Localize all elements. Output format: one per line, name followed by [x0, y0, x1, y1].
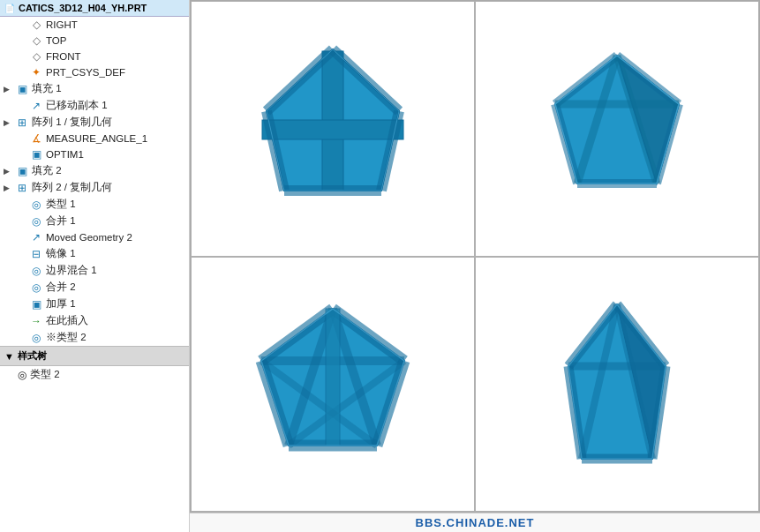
tree-item-type2-sub[interactable]: ◎ ※类型 2 — [0, 329, 189, 346]
collapse-icon: ▼ — [4, 351, 14, 362]
tree-label-right: RIGHT — [46, 19, 185, 30]
style-tree-label: 样式树 — [18, 349, 47, 363]
tree-item-blend1[interactable]: ◎ 边界混合 1 — [0, 262, 189, 279]
merge2-icon: ◎ — [29, 281, 43, 294]
type2-icon: ◎ — [18, 369, 26, 381]
watermark-text: BBS.CHINADE.NET — [416, 516, 535, 529]
tree-item-moved-copy1[interactable]: ↗ 已移动副本 1 — [0, 97, 189, 114]
tree-item-array2[interactable]: ▶ ⊞ 阵列 2 / 复制几何 — [0, 179, 189, 196]
tree-item-right[interactable]: ◇ RIGHT — [0, 17, 189, 33]
blend1-icon: ◎ — [29, 265, 43, 277]
tree-item-front[interactable]: ◇ FRONT — [0, 49, 189, 64]
tree-item-type1[interactable]: ◎ 类型 1 — [0, 196, 189, 213]
tree-label-prt-csys: PRT_CSYS_DEF — [46, 67, 185, 78]
sidebar-header: 📄 CATICS_3D12_H04_YH.PRT — [0, 0, 189, 17]
tree-item-moved-geo2[interactable]: ↗ Moved Geometry 2 — [0, 229, 189, 245]
viewport-bottom-left[interactable] — [191, 257, 475, 513]
array2-icon: ⊞ — [15, 182, 29, 194]
tree-label-fill1: 填充 1 — [32, 82, 185, 95]
insert-icon: → — [29, 315, 43, 327]
tree-item-top[interactable]: ◇ TOP — [0, 33, 189, 49]
viewport-top-left[interactable] — [191, 1, 475, 257]
shape-top-right — [538, 47, 696, 210]
move-icon: ↗ — [29, 100, 43, 112]
fill2-icon: ▣ — [15, 165, 29, 177]
plane-icon: ◇ — [29, 34, 43, 47]
tree-item-optim1[interactable]: ▣ OPTIM1 — [0, 146, 189, 162]
type1-icon: ◎ — [29, 199, 43, 211]
tree-item-merge2[interactable]: ◎ 合并 2 — [0, 279, 189, 296]
thicken1-icon: ▣ — [29, 298, 43, 311]
fill-icon: ▣ — [15, 83, 29, 95]
expand-icon: ▶ — [4, 85, 12, 94]
tree-label-insert: 在此插入 — [46, 314, 185, 327]
tree-label-front: FRONT — [46, 51, 185, 62]
optim-icon: ▣ — [29, 148, 43, 161]
main-container: 📄 CATICS_3D12_H04_YH.PRT ◇ RIGHT ◇ TOP ◇… — [0, 0, 760, 532]
tree-label-measure: MEASURE_ANGLE_1 — [46, 133, 185, 144]
watermark-bar: BBS.CHINADE.NET — [190, 513, 760, 532]
tree-label-array1: 阵列 1 / 复制几何 — [32, 116, 185, 129]
sidebar-title: CATICS_3D12_H04_YH.PRT — [19, 3, 147, 13]
expand-icon: ▶ — [4, 118, 12, 127]
tree-label-optim1: OPTIM1 — [46, 149, 185, 160]
tree-label-array2: 阵列 2 / 复制几何 — [32, 181, 185, 194]
expand-icon: ▶ — [4, 184, 12, 192]
tree-item-mirror1[interactable]: ⊟ 镜像 1 — [0, 245, 189, 262]
file-icon: 📄 — [4, 4, 15, 13]
section-type2[interactable]: ◎ 类型 2 — [0, 366, 189, 383]
tree-label-mirror1: 镜像 1 — [46, 247, 185, 260]
mirror1-icon: ⊟ — [29, 248, 43, 260]
tree-label-merge2: 合并 2 — [46, 281, 185, 294]
tree-item-fill2[interactable]: ▶ ▣ 填充 2 — [0, 162, 189, 179]
shape-top-left — [249, 41, 417, 217]
merge1-icon: ◎ — [29, 215, 43, 228]
tree-item-prt-csys[interactable]: ✦ PRT_CSYS_DEF — [0, 64, 189, 80]
moved-geo2-icon: ↗ — [29, 231, 43, 244]
tree-item-thicken1[interactable]: ▣ 加厚 1 — [0, 296, 189, 312]
type2-sub-icon: ◎ — [29, 332, 43, 344]
tree-label-top: TOP — [46, 35, 185, 46]
plane-icon: ◇ — [29, 50, 43, 63]
style-tree-section[interactable]: ▼ 样式树 — [0, 346, 189, 366]
viewport-top-right[interactable] — [475, 1, 759, 257]
tree-item-merge1[interactable]: ◎ 合并 1 — [0, 213, 189, 229]
tree-item-fill1[interactable]: ▶ ▣ 填充 1 — [0, 80, 189, 97]
tree-label-fill2: 填充 2 — [32, 164, 185, 177]
tree-label-thicken1: 加厚 1 — [46, 297, 185, 311]
tree-item-insert-here[interactable]: → 在此插入 — [0, 312, 189, 329]
measure-icon: ∡ — [29, 132, 43, 145]
expand-icon: ▶ — [4, 167, 12, 176]
sidebar: 📄 CATICS_3D12_H04_YH.PRT ◇ RIGHT ◇ TOP ◇… — [0, 0, 190, 532]
svg-rect-32 — [326, 309, 340, 446]
viewport-area — [190, 0, 760, 513]
right-panel: BBS.CHINADE.NET — [190, 0, 760, 532]
plane-icon: ◇ — [29, 19, 43, 31]
tree-label-merge1: 合并 1 — [46, 214, 185, 228]
section-type2-label: 类型 2 — [30, 368, 60, 381]
tree-label-moved-copy1: 已移动副本 1 — [46, 99, 185, 112]
csys-icon: ✦ — [29, 66, 43, 79]
tree-label-type2-sub: ※类型 2 — [46, 331, 185, 344]
viewport-bottom-right[interactable] — [475, 257, 759, 513]
svg-rect-3 — [262, 120, 403, 139]
shape-bottom-left — [245, 296, 421, 472]
array-icon: ⊞ — [15, 116, 29, 129]
tree-item-measure[interactable]: ∡ MEASURE_ANGLE_1 — [0, 131, 189, 146]
tree-label-moved-geo2: Moved Geometry 2 — [46, 232, 185, 243]
shape-bottom-right — [546, 296, 688, 472]
tree-label-blend1: 边界混合 1 — [46, 264, 185, 277]
tree-item-array1[interactable]: ▶ ⊞ 阵列 1 / 复制几何 — [0, 114, 189, 131]
tree-label-type1: 类型 1 — [46, 198, 185, 211]
